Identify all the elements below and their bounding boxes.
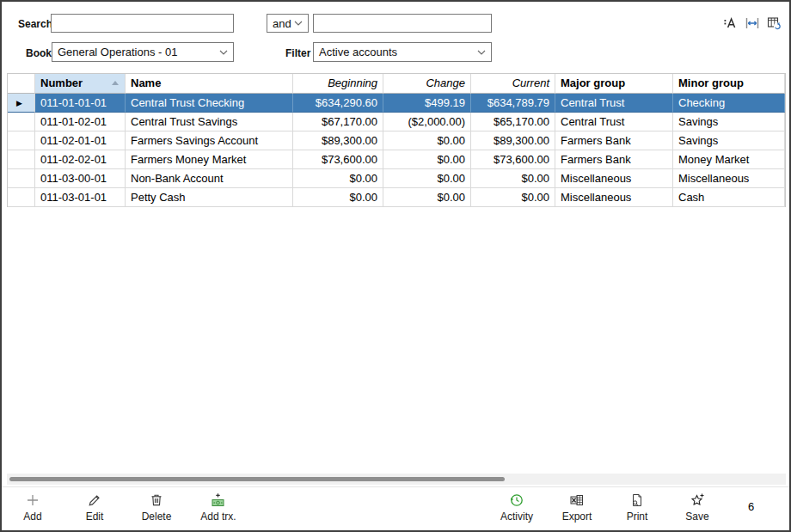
column-header-beginning[interactable]: Beginning	[293, 74, 383, 94]
cell-major-group[interactable]: Farmers Bank	[555, 131, 673, 150]
cell-minor-group[interactable]: Cash	[673, 188, 785, 207]
save-button-label: Save	[685, 511, 708, 523]
pencil-icon	[87, 492, 102, 508]
book-dropdown[interactable]: General Operations - 01	[52, 42, 234, 62]
cell-current[interactable]: $634,789.79	[471, 94, 555, 113]
column-header-change[interactable]: Change	[383, 74, 471, 94]
row-selector-gutter[interactable]: ▶	[8, 131, 35, 150]
cell-major-group[interactable]: Farmers Bank	[555, 150, 673, 169]
filter-dropdown[interactable]: Active accounts	[313, 42, 492, 62]
column-chooser-icon[interactable]	[765, 15, 782, 31]
activity-button[interactable]: Activity	[493, 492, 541, 523]
cell-number[interactable]: 011-01-01-01	[35, 94, 126, 113]
cell-current[interactable]: $89,300.00	[471, 131, 555, 150]
cell-change[interactable]: $499.19	[383, 94, 471, 113]
star-plus-icon	[690, 492, 705, 508]
column-header-name[interactable]: Name	[126, 74, 293, 94]
search-input-2[interactable]	[313, 14, 492, 33]
bottom-toolbar: Add Edit	[2, 486, 789, 530]
cell-beginning[interactable]: $67,170.00	[293, 113, 383, 131]
history-clock-icon	[509, 492, 524, 508]
column-header-minor-group[interactable]: Minor group	[673, 74, 785, 94]
edit-button[interactable]: Edit	[71, 492, 119, 523]
cell-change[interactable]: $0.00	[383, 131, 471, 150]
table-row[interactable]: ▶ 011-03-00-01 Non-Bank Account $0.00 $0…	[8, 169, 785, 188]
cell-major-group[interactable]: Central Trust	[555, 94, 673, 113]
cell-current[interactable]: $65,170.00	[471, 113, 555, 131]
cell-name[interactable]: Farmers Money Market	[126, 150, 293, 169]
cell-current[interactable]: $73,600.00	[471, 150, 555, 169]
cell-beginning[interactable]: $89,300.00	[293, 131, 383, 150]
edit-button-label: Edit	[86, 511, 104, 523]
add-transaction-button[interactable]: Add trx.	[194, 492, 242, 523]
book-label: Book	[26, 47, 52, 59]
cell-minor-group[interactable]: Savings	[673, 113, 785, 131]
cell-number[interactable]: 011-03-00-01	[35, 169, 126, 188]
plus-icon	[25, 492, 40, 508]
delete-button[interactable]: Delete	[132, 492, 181, 523]
cell-change[interactable]: ($2,000.00)	[383, 113, 471, 131]
cell-name[interactable]: Non-Bank Account	[126, 169, 293, 188]
table-row[interactable]: ▶ 011-03-01-01 Petty Cash $0.00 $0.00 $0…	[8, 188, 785, 207]
app-window: Search and	[0, 0, 791, 532]
sort-ascending-icon	[112, 81, 119, 85]
horizontal-scrollbar-thumb[interactable]	[9, 477, 505, 481]
cell-change[interactable]: $0.00	[383, 169, 471, 188]
cell-minor-group[interactable]: Miscellaneous	[673, 169, 785, 188]
row-selector-gutter[interactable]: ▶	[8, 150, 35, 169]
horizontal-scrollbar[interactable]	[7, 474, 786, 485]
column-header-major-group[interactable]: Major group	[555, 74, 673, 94]
export-button[interactable]: Export	[553, 492, 601, 523]
add-button[interactable]: Add	[9, 492, 57, 523]
table-row[interactable]: ▶ 011-02-02-01 Farmers Money Market $73,…	[8, 150, 785, 169]
cell-name[interactable]: Petty Cash	[126, 188, 293, 207]
cell-major-group[interactable]: Miscellaneous	[555, 169, 673, 188]
excel-export-icon	[569, 492, 585, 508]
save-button[interactable]: Save	[673, 492, 721, 523]
cell-beginning[interactable]: $73,600.00	[293, 150, 383, 169]
book-value: General Operations - 01	[58, 46, 177, 58]
column-header-current[interactable]: Current	[471, 74, 555, 94]
cell-current[interactable]: $0.00	[471, 169, 555, 188]
table-row[interactable]: ▶ 011-01-02-01 Central Trust Savings $67…	[8, 113, 785, 131]
cell-beginning[interactable]: $634,290.60	[293, 94, 383, 113]
trash-icon	[149, 492, 164, 508]
cell-beginning[interactable]: $0.00	[293, 188, 383, 207]
cell-current[interactable]: $0.00	[471, 188, 555, 207]
search-operator-value: and	[273, 17, 291, 30]
row-selector-gutter[interactable]: ▶	[8, 188, 35, 207]
cell-name[interactable]: Central Trust Checking	[126, 94, 293, 113]
cell-minor-group[interactable]: Checking	[673, 94, 785, 113]
row-selector-gutter[interactable]: ▶	[8, 169, 35, 188]
cell-change[interactable]: $0.00	[383, 150, 471, 169]
cell-minor-group[interactable]: Money Market	[673, 150, 785, 169]
cell-change[interactable]: $0.00	[383, 188, 471, 207]
column-header-number[interactable]: Number	[35, 74, 126, 94]
chevron-down-icon	[477, 50, 486, 55]
filter-value: Active accounts	[319, 46, 397, 58]
delete-button-label: Delete	[142, 511, 172, 523]
accounts-table-body: ▶ 011-01-01-01 Central Trust Checking $6…	[8, 94, 785, 207]
cell-name[interactable]: Central Trust Savings	[126, 113, 293, 131]
cell-number[interactable]: 011-02-02-01	[35, 150, 126, 169]
search-label: Search	[18, 18, 52, 30]
print-button-label: Print	[627, 511, 648, 523]
print-button[interactable]: Print	[613, 492, 661, 523]
cell-minor-group[interactable]: Savings	[673, 131, 785, 150]
cell-number[interactable]: 011-02-01-01	[35, 131, 126, 150]
cell-number[interactable]: 011-03-01-01	[35, 188, 126, 207]
cell-major-group[interactable]: Miscellaneous	[555, 188, 673, 207]
table-row[interactable]: ▶ 011-02-01-01 Farmers Savings Account $…	[8, 131, 785, 150]
cell-number[interactable]: 011-01-02-01	[35, 113, 126, 131]
row-selector-gutter[interactable]: ▶	[8, 94, 35, 113]
search-input[interactable]	[51, 14, 234, 33]
search-operator-dropdown[interactable]: and	[267, 14, 309, 33]
row-selector-gutter[interactable]: ▶	[8, 113, 35, 131]
table-row[interactable]: ▶ 011-01-01-01 Central Trust Checking $6…	[8, 94, 785, 113]
cell-beginning[interactable]: $0.00	[293, 169, 383, 188]
text-size-icon[interactable]	[722, 15, 739, 31]
cell-major-group[interactable]: Central Trust	[555, 113, 673, 131]
export-button-label: Export	[562, 511, 592, 523]
fit-column-width-icon[interactable]	[744, 15, 760, 31]
cell-name[interactable]: Farmers Savings Account	[126, 131, 293, 150]
